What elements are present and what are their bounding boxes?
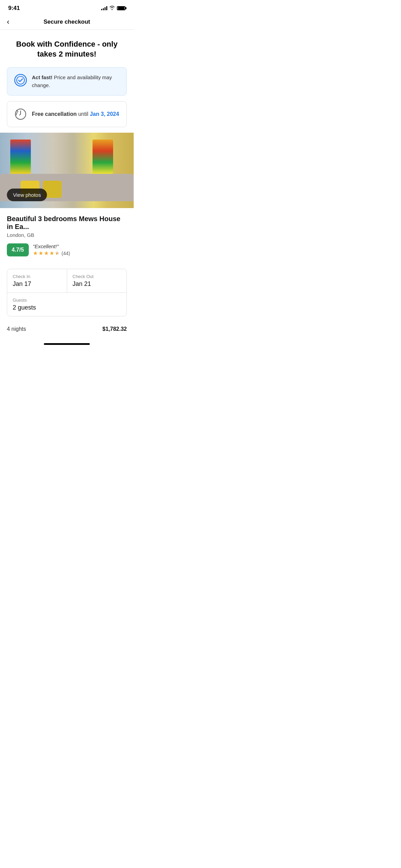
cancellation-icon (14, 108, 27, 121)
wifi-icon (109, 5, 115, 11)
home-bar (44, 343, 90, 345)
cancellation-text: Free cancellation until Jan 3, 2024 (32, 111, 119, 117)
star-4: ★ (49, 250, 54, 256)
property-location: London, GB (7, 232, 127, 238)
status-icons (101, 5, 125, 11)
total-price: $1,782.32 (102, 326, 127, 332)
status-time: 9:41 (8, 5, 20, 12)
guests-value: 2 guests (13, 304, 121, 311)
guests-cell[interactable]: Guests 2 guests (7, 293, 126, 316)
checkin-value: Jan 17 (13, 280, 61, 288)
back-button[interactable]: ‹ (7, 17, 9, 26)
star-3: ★ (44, 250, 49, 256)
rating-row: 4.7/5 "Excellent!" ★ ★ ★ ★ ★★ (44) (7, 243, 127, 256)
property-info: Beautiful 3 bedrooms Mews House in Ea...… (0, 208, 134, 269)
guests-row: Guests 2 guests (7, 293, 126, 316)
checkout-value: Jan 21 (73, 280, 121, 288)
rating-label: "Excellent!" (33, 243, 70, 249)
checkout-label: Check Out (73, 274, 121, 279)
checkin-label: Check In (13, 274, 61, 279)
rating-details: "Excellent!" ★ ★ ★ ★ ★★ (44) (33, 243, 70, 256)
cancellation-card: Free cancellation until Jan 3, 2024 (7, 101, 127, 127)
dates-grid[interactable]: Check In Jan 17 Check Out Jan 21 Guests … (7, 269, 127, 316)
view-photos-button[interactable]: View photos (7, 189, 47, 201)
star-1: ★ (33, 250, 38, 256)
checkout-cell[interactable]: Check Out Jan 21 (67, 269, 127, 292)
main-content: Book with Confidence - only takes 2 minu… (0, 30, 134, 339)
star-2: ★ (38, 250, 43, 256)
battery-icon (117, 6, 125, 10)
property-name: Beautiful 3 bedrooms Mews House in Ea... (7, 215, 127, 231)
stars-row: ★ ★ ★ ★ ★★ (44) (33, 250, 70, 256)
act-fast-card: Act fast! Price and availability may cha… (7, 67, 127, 96)
status-bar: 9:41 (0, 0, 134, 14)
pricing-row: 4 nights $1,782.32 (0, 322, 134, 339)
checkin-checkout-row: Check In Jan 17 Check Out Jan 21 (7, 269, 126, 293)
act-fast-text: Act fast! Price and availability may cha… (32, 74, 120, 89)
guests-label: Guests (13, 298, 121, 303)
hero-text: Book with Confidence - only takes 2 minu… (0, 30, 134, 67)
checkin-cell[interactable]: Check In Jan 17 (7, 269, 67, 292)
property-image: View photos (0, 133, 134, 208)
act-fast-icon (14, 74, 27, 87)
artwork-right (93, 140, 113, 174)
artwork-left (10, 140, 31, 174)
review-count: (44) (62, 251, 70, 256)
act-fast-bold: Act fast! (32, 74, 52, 80)
cancellation-bold: Free cancellation (32, 111, 77, 117)
header: ‹ Secure checkout (0, 14, 134, 30)
cancellation-date: Jan 3, 2024 (90, 111, 119, 117)
home-indicator (0, 339, 134, 348)
star-half: ★★ (55, 250, 60, 256)
nights-label: 4 nights (7, 326, 26, 332)
cancellation-prefix: until (77, 111, 90, 117)
signal-icon (101, 6, 107, 10)
rating-badge: 4.7/5 (7, 243, 29, 256)
page-title: Secure checkout (7, 19, 127, 25)
